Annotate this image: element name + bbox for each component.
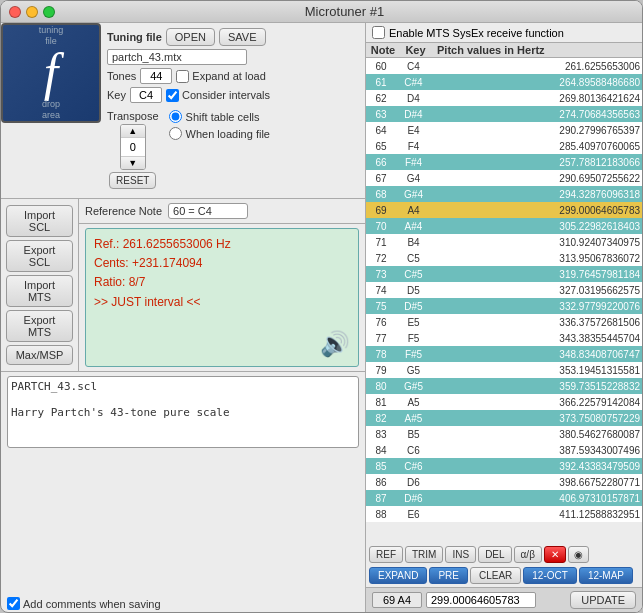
table-row[interactable]: 85C#6392.43383479509 bbox=[366, 458, 642, 474]
ref-note-select-wrapper: 60 = C4 bbox=[168, 203, 248, 219]
tones-input[interactable] bbox=[140, 68, 172, 84]
pre-button[interactable]: PRE bbox=[429, 567, 468, 584]
add-comments-label: Add comments when saving bbox=[7, 597, 359, 610]
cell-key: G5 bbox=[396, 365, 431, 376]
stepper-down-button[interactable]: ▼ bbox=[120, 156, 146, 169]
table-row[interactable]: 75D#5332.97799220076 bbox=[366, 298, 642, 314]
table-row[interactable]: 81A5366.22579142084 bbox=[366, 394, 642, 410]
status-pitch-field[interactable] bbox=[426, 592, 536, 608]
cell-pitch: 274.70684356563 bbox=[431, 109, 642, 120]
ref-button[interactable]: REF bbox=[369, 546, 403, 563]
table-row[interactable]: 88E6411.12588832951 bbox=[366, 506, 642, 522]
table-row[interactable]: 69A4299.00064605783 bbox=[366, 202, 642, 218]
info-just: >> JUST interval << bbox=[94, 293, 350, 312]
cell-key: C4 bbox=[396, 61, 431, 72]
cell-note: 65 bbox=[366, 141, 396, 152]
close-red-button[interactable]: ✕ bbox=[544, 546, 566, 563]
alpha-beta-button[interactable]: α/β bbox=[514, 546, 542, 563]
map12-button[interactable]: 12-MAP bbox=[579, 567, 633, 584]
status-note-field[interactable] bbox=[372, 592, 422, 608]
table-row[interactable]: 63D#4274.70684356563 bbox=[366, 106, 642, 122]
table-row[interactable]: 71B4310.92407340975 bbox=[366, 234, 642, 250]
cell-pitch: 327.03195662575 bbox=[431, 285, 642, 296]
text-area-section: PARTCH_43.scl Harry Partch's 43-tone pur… bbox=[7, 376, 359, 591]
table-row[interactable]: 66F#4257.78812183066 bbox=[366, 154, 642, 170]
cell-pitch: 387.59343007496 bbox=[431, 445, 642, 456]
mts-checkbox[interactable] bbox=[372, 26, 385, 39]
mts-checkbox-row: Enable MTS SysEx receive function bbox=[366, 23, 642, 43]
table-row[interactable]: 83B5380.54627680087 bbox=[366, 426, 642, 442]
table-row[interactable]: 72C5313.95067836072 bbox=[366, 250, 642, 266]
cell-pitch: 290.27996765397 bbox=[431, 125, 642, 136]
shift-table-cells-radio[interactable] bbox=[169, 110, 182, 123]
table-row[interactable]: 64E4290.27996765397 bbox=[366, 122, 642, 138]
table-row[interactable]: 87D#6406.97310157871 bbox=[366, 490, 642, 506]
table-row[interactable]: 62D4269.80136421624 bbox=[366, 90, 642, 106]
cell-key: D4 bbox=[396, 93, 431, 104]
cell-note: 78 bbox=[366, 349, 396, 360]
cell-note: 80 bbox=[366, 381, 396, 392]
radio-group: Shift table cells When loading file bbox=[169, 110, 270, 140]
note-table[interactable]: 60C4261.625565300661C#4264.8958848668062… bbox=[366, 58, 642, 543]
key-input[interactable] bbox=[130, 87, 162, 103]
table-row[interactable]: 73C#5319.76457981184 bbox=[366, 266, 642, 282]
export-scl-button[interactable]: Export SCL bbox=[6, 240, 73, 272]
table-row[interactable]: 74D5327.03195662575 bbox=[366, 282, 642, 298]
expand-button[interactable]: EXPAND bbox=[369, 567, 427, 584]
cell-note: 86 bbox=[366, 477, 396, 488]
open-button[interactable]: OPEN bbox=[166, 28, 215, 46]
cell-key: C#6 bbox=[396, 461, 431, 472]
save-button[interactable]: SAVE bbox=[219, 28, 266, 46]
update-button[interactable]: UPDATE bbox=[570, 591, 636, 609]
table-row[interactable]: 86D6398.66752280771 bbox=[366, 474, 642, 490]
ref-note-select[interactable]: 60 = C4 bbox=[168, 203, 248, 219]
view-button[interactable]: ◉ bbox=[568, 546, 589, 563]
filename-input[interactable] bbox=[107, 49, 247, 65]
ins-button[interactable]: INS bbox=[445, 546, 476, 563]
cell-key: C6 bbox=[396, 445, 431, 456]
cell-note: 63 bbox=[366, 109, 396, 120]
right-of-nav: Reference Note 60 = C4 Ref.: 261.6255653… bbox=[79, 199, 365, 371]
table-row[interactable]: 65F4285.40970760065 bbox=[366, 138, 642, 154]
table-row[interactable]: 76E5336.37572681506 bbox=[366, 314, 642, 330]
col-note-header: Note bbox=[368, 44, 398, 56]
table-row[interactable]: 77F5343.38355445704 bbox=[366, 330, 642, 346]
maximize-button[interactable] bbox=[43, 6, 55, 18]
cell-key: F4 bbox=[396, 141, 431, 152]
table-row[interactable]: 60C4261.6255653006 bbox=[366, 58, 642, 74]
stepper-up-button[interactable]: ▲ bbox=[120, 125, 146, 138]
table-row[interactable]: 82A#5373.75080757229 bbox=[366, 410, 642, 426]
del-button[interactable]: DEL bbox=[478, 546, 511, 563]
oct12-button[interactable]: 12-OCT bbox=[523, 567, 577, 584]
close-button[interactable] bbox=[9, 6, 21, 18]
trim-button[interactable]: TRIM bbox=[405, 546, 443, 563]
export-mts-button[interactable]: Export MTS bbox=[6, 310, 73, 342]
consider-checkbox[interactable] bbox=[166, 89, 179, 102]
expand-checkbox[interactable] bbox=[176, 70, 189, 83]
table-row[interactable]: 68G#4294.32876096318 bbox=[366, 186, 642, 202]
reset-button[interactable]: RESET bbox=[109, 172, 156, 189]
stepper-box: ▲ 0 ▼ bbox=[120, 124, 146, 170]
scale-description-input[interactable]: PARTCH_43.scl Harry Partch's 43-tone pur… bbox=[7, 376, 359, 448]
copyright: Add comments when saving bbox=[1, 595, 365, 612]
minimize-button[interactable] bbox=[26, 6, 38, 18]
table-row[interactable]: 80G#5359.73515228832 bbox=[366, 378, 642, 394]
table-row[interactable]: 84C6387.59343007496 bbox=[366, 442, 642, 458]
table-row[interactable]: 79G5353.19451315581 bbox=[366, 362, 642, 378]
table-row[interactable]: 67G4290.69507255622 bbox=[366, 170, 642, 186]
table-row[interactable]: 70A#4305.22982618403 bbox=[366, 218, 642, 234]
import-mts-button[interactable]: Import MTS bbox=[6, 275, 73, 307]
table-row[interactable]: 61C#4264.89588486680 bbox=[366, 74, 642, 90]
add-comments-checkbox[interactable] bbox=[7, 597, 20, 610]
when-loading-file-radio[interactable] bbox=[169, 127, 182, 140]
table-row[interactable]: 78F#5348.83408706747 bbox=[366, 346, 642, 362]
stepper-value: 0 bbox=[120, 138, 146, 156]
tones-label: Tones bbox=[107, 70, 136, 82]
app-window: Microtuner #1 tuningfile f droparea Tuni… bbox=[0, 0, 643, 613]
key-label: Key bbox=[107, 89, 126, 101]
max-msp-button[interactable]: Max/MSP bbox=[6, 345, 73, 365]
cell-pitch: 336.37572681506 bbox=[431, 317, 642, 328]
import-scl-button[interactable]: Import SCL bbox=[6, 205, 73, 237]
main-controls: Tuning file OPEN SAVE Tones Ex bbox=[101, 23, 365, 198]
clear-button[interactable]: CLEAR bbox=[470, 567, 521, 584]
